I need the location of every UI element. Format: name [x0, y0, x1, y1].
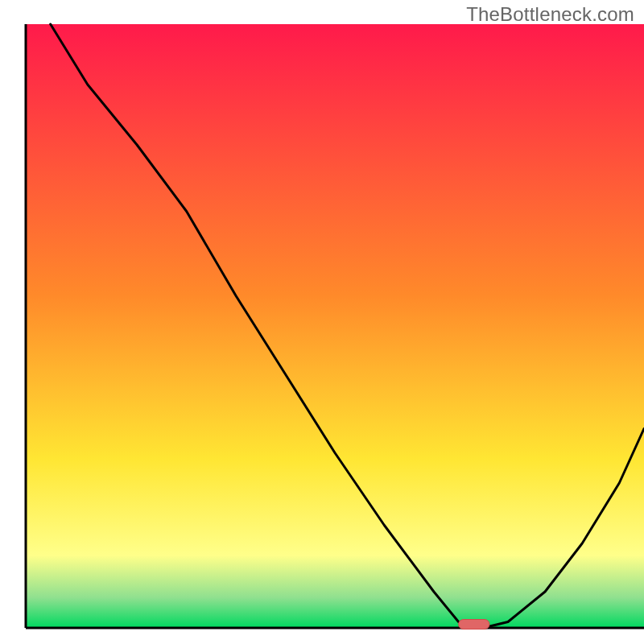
minimum-marker [459, 620, 489, 630]
chart-container: TheBottleneck.com [0, 0, 644, 644]
plot-background [26, 24, 644, 628]
bottleneck-chart [0, 0, 644, 644]
